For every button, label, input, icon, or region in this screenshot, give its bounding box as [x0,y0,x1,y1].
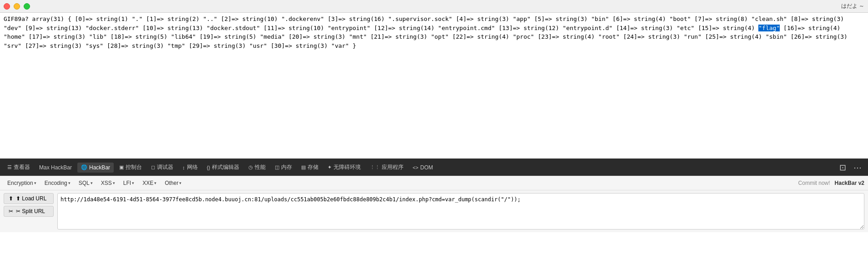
debugger-label: 调试器 [157,163,173,171]
encryption-arrow: ▾ [34,181,36,185]
storage-label: 存储 [308,163,318,171]
output-text-part1: GIF89a? array(31) { [0]=> string(1) "." … [4,15,844,31]
devtools-more-button[interactable]: ⋯ [851,162,864,173]
hackbar-toolbar: Encryption ▾ Encoding ▾ SQL ▾ XSS ▾ LFI … [0,176,868,190]
network-label: 网络 [187,163,198,171]
storage-icon: ▤ [301,164,306,170]
encoding-menu[interactable]: Encoding ▾ [41,178,74,188]
encoding-label: Encoding [45,180,67,186]
devtools-tab-inspector[interactable]: ☰ 查看器 [4,162,34,173]
split-url-button[interactable]: ✂ ✂ Split URL [4,206,54,217]
window-title: はだよ ～ [841,2,864,10]
highlight-flag: "flag" [758,25,780,31]
devtools-tab-accessibility[interactable]: ✦ 无障碍环境 [324,162,364,173]
dom-icon: <> [413,165,419,170]
xss-menu[interactable]: XSS ▾ [97,178,119,188]
performance-icon: ◷ [248,164,253,170]
memory-label: 内存 [281,163,292,171]
other-menu[interactable]: Other ▾ [161,178,185,188]
dom-label: DOM [420,164,433,171]
accessibility-icon: ✦ [328,164,332,170]
encryption-menu[interactable]: Encryption ▾ [4,178,40,188]
application-label: 应用程序 [382,163,404,171]
devtools-expand-button[interactable]: ⊡ [837,162,849,173]
performance-label: 性能 [255,163,266,171]
close-button[interactable] [4,3,10,10]
sql-label: SQL [79,180,90,186]
minimize-button[interactable] [14,3,20,10]
network-icon: ↕ [182,165,185,170]
lfi-menu[interactable]: LFI ▾ [120,178,138,188]
main-content: GIF89a? array(31) { [0]=> string(1) "." … [0,13,868,158]
devtools-tab-style-editor[interactable]: {} 样式编辑器 [203,162,243,173]
application-icon: ⋮⋮ [370,164,380,170]
url-textarea[interactable]: http://1da48e54-6191-4d51-8564-3977fee8c… [57,193,864,230]
devtools-tab-dom[interactable]: <> DOM [409,163,437,173]
window-bar: はだよ ～ [0,0,868,13]
hackbar-action-buttons: ⬆ ⬆ Load URL ✂ ✂ Split URL [4,193,54,230]
xxe-arrow: ▾ [154,181,156,185]
other-arrow: ▾ [179,181,182,185]
encoding-arrow: ▾ [68,181,71,185]
commit-text: Commit now! [798,180,830,186]
devtools-right-controls: ⊡ ⋯ [837,162,864,173]
sql-menu[interactable]: SQL ▾ [75,178,96,188]
hackbar-globe-icon: 🌐 [81,164,87,170]
console-icon: ▣ [119,164,124,170]
debugger-icon: ◻ [151,164,155,170]
devtools-tab-storage[interactable]: ▤ 存储 [298,162,322,173]
devtools-tab-network[interactable]: ↕ 网络 [179,162,202,173]
maxhackbar-label: Max HackBar [39,164,72,171]
xss-label: XSS [101,180,112,186]
encryption-label: Encryption [7,180,33,186]
split-url-label: ✂ Split URL [16,208,45,214]
style-editor-icon: {} [207,165,210,170]
console-label: 控制台 [126,163,142,171]
hackbar-bottom: ⬆ ⬆ Load URL ✂ ✂ Split URL http://1da48e… [0,190,868,232]
window-controls [4,3,30,10]
xxe-label: XXE [142,180,153,186]
inspector-label: 查看器 [14,163,30,171]
devtools-tab-memory[interactable]: ◫ 内存 [271,162,296,173]
devtools-tab-console[interactable]: ▣ 控制台 [116,162,146,173]
style-editor-label: 样式编辑器 [212,163,239,171]
load-url-label: ⬆ Load URL [16,195,46,202]
split-url-icon: ✂ [9,208,13,214]
load-url-button[interactable]: ⬆ ⬆ Load URL [4,193,54,204]
devtools-tab-application[interactable]: ⋮⋮ 应用程序 [366,162,407,173]
memory-icon: ◫ [275,164,279,170]
load-url-icon: ⬆ [9,195,13,202]
sql-arrow: ▾ [91,181,93,185]
devtools-tab-debugger[interactable]: ◻ 调试器 [147,162,177,173]
maximize-button[interactable] [24,3,30,10]
devtools-tab-hackbar[interactable]: 🌐 HackBar [77,163,114,173]
devtools-tab-maxhackbar[interactable]: Max HackBar [35,163,76,173]
other-label: Other [165,180,178,186]
devtools-tab-performance[interactable]: ◷ 性能 [245,162,269,173]
hackbar-tab-label: HackBar [89,164,110,171]
accessibility-label: 无障碍环境 [333,163,361,171]
hackbar-version: HackBar v2 [835,180,864,186]
commit-label: Commit now! HackBar v2 [798,180,864,186]
lfi-label: LFI [123,180,131,186]
xss-arrow: ▾ [113,181,115,185]
lfi-arrow: ▾ [132,181,134,185]
inspector-icon: ☰ [7,164,12,170]
devtools-bar: ☰ 查看器 Max HackBar 🌐 HackBar ▣ 控制台 ◻ 调试器 … [0,158,868,176]
xxe-menu[interactable]: XXE ▾ [139,178,160,188]
